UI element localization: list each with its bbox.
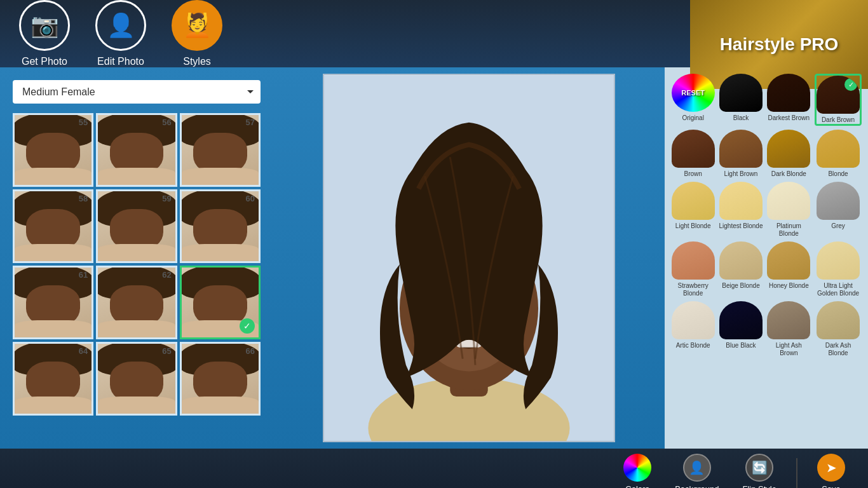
color-blue-black[interactable]: Blue Black (719, 301, 763, 357)
color-name-platinum-blonde: Platinum Blonde (767, 222, 811, 238)
style-item-56[interactable]: 56 (96, 113, 177, 187)
color-selected-check: ✓ (844, 78, 857, 91)
color-name-grey: Grey (831, 222, 845, 230)
style-number-55: 55 (79, 118, 88, 127)
color-light-ash-brown[interactable]: Light Ash Brown (767, 301, 811, 357)
style-item-57[interactable]: 57 (180, 113, 261, 187)
bottom-toolbar: Colors 👤 Background 🔄 Flip Style ➤ Save (0, 449, 868, 488)
colors-label: Colors (625, 484, 649, 488)
style-item-59[interactable]: 59 (96, 189, 177, 263)
color-platinum-blonde[interactable]: Platinum Blonde (767, 182, 811, 238)
get-photo-nav[interactable]: 📷 Get Photo (19, 0, 70, 67)
color-name-blonde: Blonde (828, 170, 848, 178)
color-dark-brown[interactable]: ✓ Dark Brown (815, 74, 862, 126)
beige-blonde-swatch (719, 241, 763, 280)
style-number-62: 62 (162, 270, 171, 280)
top-bar: 📷 Get Photo 👤 Edit Photo 💆 Styles Hairst… (0, 0, 868, 67)
color-name-darkest-brown: Darkest Brown (768, 114, 810, 122)
colors-button[interactable]: Colors (613, 449, 661, 488)
style-category-dropdown-container: Medium Female Short Female Long Female S… (13, 80, 261, 104)
style-category-dropdown[interactable]: Medium Female Short Female Long Female S… (13, 80, 261, 104)
background-button[interactable]: 👤 Background (665, 449, 729, 488)
color-brown[interactable]: Brown (671, 130, 715, 178)
color-name-ultra-light-golden-blonde: Ultra Light Golden Blonde (815, 282, 862, 297)
flip-icon: 🔄 (745, 454, 773, 482)
reset-swatch: RESET (672, 74, 715, 112)
honey-blonde-swatch (767, 241, 810, 280)
color-light-brown[interactable]: Light Brown (719, 130, 763, 178)
style-number-64: 64 (79, 346, 88, 356)
color-name-light-ash-brown: Light Ash Brown (767, 342, 811, 357)
blonde-swatch (817, 130, 860, 168)
color-name-beige-blonde: Beige Blonde (722, 282, 760, 290)
color-ultra-light-golden-blonde[interactable]: Ultra Light Golden Blonde (815, 241, 862, 297)
style-item-63[interactable]: ✓ (180, 266, 261, 339)
style-number-57: 57 (246, 118, 255, 127)
styles-nav[interactable]: 💆 Styles (172, 0, 222, 67)
color-name-strawberry-blonde: Strawberry Blonde (671, 282, 715, 297)
style-item-55[interactable]: 55 (13, 113, 93, 187)
color-artic-blonde[interactable]: Artic Blonde (671, 301, 715, 357)
style-number-59: 59 (162, 194, 171, 203)
color-darkest-brown[interactable]: Darkest Brown (767, 74, 811, 126)
app-title: Hairstyle PRO (720, 34, 839, 55)
style-item-66[interactable]: 66 (180, 342, 261, 416)
color-dark-ash-blonde[interactable]: Dark Ash Blonde (815, 301, 862, 357)
style-number-58: 58 (79, 194, 88, 203)
style-item-60[interactable]: 60 (180, 189, 261, 263)
ultra-light-golden-blonde-swatch (817, 241, 860, 280)
flip-style-button[interactable]: 🔄 Flip Style (733, 449, 787, 488)
style-item-65[interactable]: 65 (96, 342, 177, 416)
style-item-64[interactable]: 64 (13, 342, 93, 416)
color-name-original: Original (682, 114, 703, 122)
edit-photo-label: Edit Photo (97, 56, 144, 67)
portrait-svg (324, 74, 614, 442)
color-dark-blonde[interactable]: Dark Blonde (767, 130, 811, 178)
color-black[interactable]: Black (719, 74, 763, 126)
color-name-dark-blonde: Dark Blonde (771, 170, 806, 178)
background-label: Background (675, 484, 719, 488)
color-name-blue-black: Blue Black (726, 342, 756, 349)
style-selected-check: ✓ (240, 318, 255, 334)
color-lightest-blonde[interactable]: Lightest Blonde (719, 182, 763, 238)
lightest-blonde-swatch (719, 182, 763, 220)
color-light-blonde[interactable]: Light Blonde (671, 182, 715, 238)
colors-icon (623, 454, 651, 482)
main-content: Medium Female Short Female Long Female S… (0, 67, 868, 449)
color-beige-blonde[interactable]: Beige Blonde (719, 241, 763, 297)
style-number-61: 61 (79, 270, 88, 280)
photo-preview-panel (273, 67, 665, 449)
color-name-honey-blonde: Honey Blonde (769, 282, 809, 290)
colors-panel: RESET Original Black Darkest Brown ✓ Dar… (665, 67, 868, 449)
styles-label: Styles (183, 56, 211, 67)
get-photo-label: Get Photo (22, 56, 67, 67)
style-item-61[interactable]: 61 (13, 266, 93, 339)
edit-photo-nav[interactable]: 👤 Edit Photo (95, 0, 146, 67)
color-name-artic-blonde: Artic Blonde (676, 342, 710, 349)
color-name-light-blonde: Light Blonde (675, 222, 711, 230)
color-reset[interactable]: RESET Original (671, 74, 715, 126)
color-name-lightest-blonde: Lightest Blonde (719, 222, 763, 230)
light-brown-swatch (719, 130, 763, 168)
color-honey-blonde[interactable]: Honey Blonde (767, 241, 811, 297)
light-blonde-swatch (672, 182, 715, 220)
save-label: Save (822, 484, 841, 488)
style-number-65: 65 (162, 346, 171, 356)
darkest-brown-swatch (767, 74, 810, 112)
flip-style-label: Flip Style (743, 484, 776, 488)
color-name-dark-brown: Dark Brown (822, 116, 855, 124)
artic-blonde-swatch (672, 301, 715, 339)
style-number-60: 60 (246, 194, 255, 203)
color-grey[interactable]: Grey (815, 182, 862, 238)
style-item-58[interactable]: 58 (13, 189, 93, 263)
strawberry-blonde-swatch (672, 241, 715, 280)
color-name-light-brown: Light Brown (724, 170, 758, 178)
color-blonde[interactable]: Blonde (815, 130, 862, 178)
style-selector-panel: Medium Female Short Female Long Female S… (0, 67, 273, 449)
color-strawberry-blonde[interactable]: Strawberry Blonde (671, 241, 715, 297)
brown-swatch (672, 130, 715, 168)
hair-icon: 💆 (172, 0, 222, 51)
style-item-62[interactable]: 62 (96, 266, 177, 339)
save-button[interactable]: ➤ Save (807, 449, 855, 488)
photo-display (324, 75, 614, 441)
